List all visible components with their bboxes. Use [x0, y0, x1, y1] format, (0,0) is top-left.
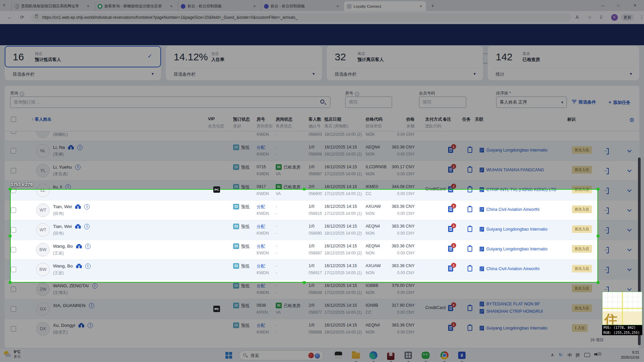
- binoculars-icon[interactable]: [78, 323, 84, 327]
- stat-card-rooms[interactable]: 142 客房 已检查房 统计 ▾: [488, 46, 639, 80]
- taskbar-app-calculator[interactable]: [404, 351, 413, 360]
- download-icon[interactable]: ⇩: [599, 14, 603, 20]
- check-in-icon[interactable]: [603, 247, 609, 252]
- check-in-icon[interactable]: [603, 267, 609, 272]
- info-icon[interactable]: i: [88, 323, 93, 328]
- room-number[interactable]: 分配: [257, 283, 265, 289]
- minimize-button[interactable]: —: [596, 0, 609, 11]
- guest-name[interactable]: Xu, Dongyi: [53, 323, 75, 328]
- weather-widget[interactable]: 9°C 多云: [3, 350, 21, 359]
- tray-sync-icon[interactable]: ↻: [559, 352, 562, 357]
- sort-by-select[interactable]: 客人姓名 正序 ▾: [496, 97, 567, 108]
- row-checkbox[interactable]: [11, 326, 16, 331]
- close-icon[interactable]: ✕: [86, 4, 91, 8]
- select-all-checkbox[interactable]: [11, 117, 16, 122]
- row-checkbox[interactable]: [11, 168, 16, 173]
- column-header[interactable]: 抵店日期: [324, 117, 341, 122]
- expand-icon[interactable]: [627, 287, 632, 291]
- binoculars-icon[interactable]: [68, 145, 74, 149]
- info-icon[interactable]: i: [77, 145, 83, 150]
- selection-handle[interactable]: [597, 281, 599, 284]
- taskbar-app-edge[interactable]: [369, 351, 378, 360]
- stat-card-departures[interactable]: 32 离店 预计离店客人 筛选条件栏 ▾: [327, 46, 483, 80]
- search-icon[interactable]: [320, 100, 324, 104]
- row-checkbox[interactable]: [11, 148, 16, 154]
- gear-icon[interactable]: ⚙: [629, 117, 634, 124]
- star-icon[interactable]: ☆: [588, 14, 592, 20]
- expand-icon[interactable]: [627, 188, 632, 192]
- guest-name[interactable]: WANG, ZENGTAI: [53, 283, 89, 288]
- browser-tab-1[interactable]: 贵阳机场智选假日酒店系统网址导 ✕: [11, 1, 93, 11]
- expand-icon[interactable]: [627, 148, 632, 153]
- row-checkbox[interactable]: [11, 306, 16, 312]
- chevron-down-icon[interactable]: ▾: [313, 71, 315, 76]
- table-row[interactable]: DXXu, Dongyii(徐东艺)DI预抵分配KWDN--1/00568881…: [5, 319, 639, 336]
- expand-icon[interactable]: [627, 267, 632, 271]
- column-header[interactable]: VIP: [208, 117, 215, 121]
- column-header[interactable]: 预订状态: [233, 117, 250, 122]
- start-button[interactable]: [225, 352, 232, 359]
- taskbar-app-redbox[interactable]: [386, 351, 395, 360]
- add-task-button[interactable]: +添加任务: [608, 99, 631, 106]
- lock-icon[interactable]: [35, 15, 38, 18]
- expand-icon[interactable]: [627, 168, 632, 172]
- stat-card-arrivals[interactable]: 16 抵店 预计抵店客人 ✓ 筛选条件栏 ▾: [5, 46, 161, 80]
- column-guest-name[interactable]: ↑ 客人姓名: [32, 117, 52, 122]
- info-icon[interactable]: i: [355, 92, 359, 96]
- touch-keyboard-icon[interactable]: [584, 353, 590, 357]
- close-icon[interactable]: ✕: [252, 4, 257, 8]
- capture-selection-rectangle[interactable]: [10, 189, 598, 283]
- expand-icon[interactable]: [627, 227, 632, 232]
- member-number-input[interactable]: 填写: [419, 97, 466, 108]
- table-row[interactable]: NLLi, Nai(李娜)DI预抵分配KWDN--1/005690616/12/…: [5, 141, 639, 161]
- taskbar-app-wechat[interactable]: [421, 351, 430, 360]
- column-header[interactable]: 客人数: [309, 117, 321, 122]
- browser-menu-icon[interactable]: ⋮: [639, 14, 644, 20]
- related-link[interactable]: WUHAN TIANXIA FANGCANG: [486, 168, 544, 172]
- url-input[interactable]: https://cn1.web.ep.shiji.world/individua…: [31, 13, 571, 22]
- close-icon[interactable]: ✕: [169, 4, 174, 8]
- related-link[interactable]: SHANGHAI CTRIP HONGRUI: [486, 309, 543, 314]
- selection-handle[interactable]: [9, 188, 11, 190]
- info-icon[interactable]: i: [89, 303, 94, 308]
- selection-handle[interactable]: [303, 281, 306, 284]
- taskbar-clock[interactable]: 9:21 2025/12/16: [621, 350, 639, 360]
- close-window-button[interactable]: ✕: [629, 0, 641, 11]
- close-icon[interactable]: ✕: [335, 4, 340, 8]
- column-header[interactable]: 房间状态: [276, 117, 292, 122]
- ime-pinyin-indicator[interactable]: 拼: [576, 352, 580, 358]
- check-in-icon[interactable]: [603, 188, 609, 193]
- column-header[interactable]: 关联: [475, 117, 483, 122]
- chevron-down-icon[interactable]: ▾: [152, 71, 154, 76]
- related-link[interactable]: BYTEDANCE FLAT NON BF: [486, 302, 540, 306]
- room-number-input[interactable]: 填写: [345, 97, 392, 108]
- stat-card-occupancy[interactable]: 14.12% 在店 入住率 筛选条件栏 ▾: [166, 46, 322, 80]
- read-aloud-icon[interactable]: A: [576, 14, 579, 20]
- room-number[interactable]: 分配: [257, 323, 265, 328]
- tasks-icon[interactable]: [468, 325, 472, 331]
- browser-tab-5-active[interactable]: Loyalty Connect ✕: [344, 1, 426, 11]
- taskbar-app-yen[interactable]: ¥: [457, 351, 467, 360]
- browser-tab-4[interactable]: 前台 - 前台控制面板 ✕: [261, 1, 343, 11]
- room-number[interactable]: 分配: [257, 145, 265, 150]
- info-icon[interactable]: i: [92, 283, 98, 289]
- check-in-icon[interactable]: [603, 168, 609, 173]
- guest-name[interactable]: Li, Yuehu: [53, 165, 72, 170]
- selection-handle[interactable]: [597, 235, 599, 237]
- tray-collapse-icon[interactable]: ∧: [551, 352, 554, 357]
- filter-conditions-button[interactable]: 筛选条件: [572, 99, 596, 105]
- new-tab-button[interactable]: +: [431, 3, 434, 8]
- guest-name[interactable]: liu, li: [53, 184, 62, 189]
- table-row[interactable]: (胡晓红)KWDN-05690318/12/2025 14:00 (2)NON0…: [5, 131, 639, 141]
- selection-handle[interactable]: [9, 235, 11, 237]
- notes-icon[interactable]: 1: [448, 147, 453, 153]
- check-in-icon[interactable]: [603, 207, 609, 213]
- info-icon[interactable]: i: [75, 165, 80, 170]
- browser-tab-2[interactable]: 旅客查询 - 紫楠旅馆业治安信息管 ✕: [95, 1, 176, 11]
- tab-search-icon[interactable]: ∨: [3, 3, 6, 7]
- speaker-icon[interactable]: ))): [594, 353, 597, 355]
- notes-icon[interactable]: 1: [448, 167, 453, 173]
- info-icon[interactable]: i: [20, 92, 24, 96]
- related-link[interactable]: Guiyang Longdongbao Internatio: [486, 326, 547, 330]
- table-row[interactable]: YLLi, Yuehui(李岳虎)DI预抵0715KWDNIN已检查房VA1/0…: [5, 161, 639, 181]
